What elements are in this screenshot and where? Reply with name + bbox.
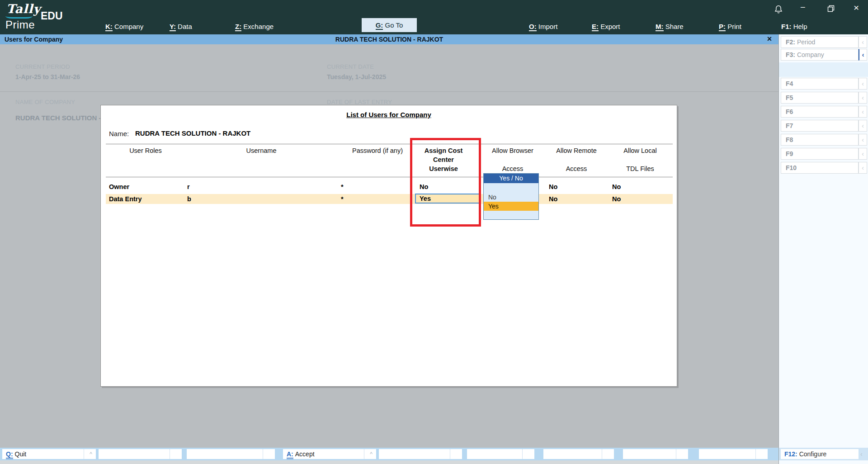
col-password: Password (if any) <box>352 147 403 154</box>
f5-chevron-icon[interactable]: ‹ <box>859 92 867 104</box>
minimize-button[interactable]: − <box>800 2 806 13</box>
date-of-last-entry-label: DATE OF LAST ENTRY <box>327 99 392 105</box>
f2-period-button[interactable]: F2: Period <box>781 36 859 48</box>
close-window-button[interactable]: × <box>854 2 859 13</box>
dropdown-header: Yes / No <box>484 174 538 183</box>
bottom-slot-empty-5 <box>543 449 614 459</box>
slot-separator <box>364 449 364 459</box>
f12-configure-button[interactable]: F12: Configure <box>781 449 859 459</box>
tally-logo-swoosh-icon <box>5 14 33 19</box>
accept-button[interactable]: A:Accept ^ <box>283 449 376 459</box>
current-date-label: CURRENT DATE <box>327 63 374 70</box>
tally-logo-prime: Prime <box>5 19 35 31</box>
col-remote-line3: Access <box>566 165 587 172</box>
name-value: RUDRA TECH SOLUTION - RAJKOT <box>135 129 250 137</box>
bottom-slot-empty-4 <box>467 449 534 459</box>
menu-share[interactable]: M: Share <box>656 22 684 32</box>
bottom-slot-empty-2 <box>187 449 275 459</box>
workspace-divider <box>0 91 778 92</box>
f9-button[interactable]: F9 <box>781 148 859 160</box>
name-label: Name: <box>109 130 129 137</box>
dialog-title: List of Users for Company <box>101 111 677 118</box>
row-data-entry-password[interactable]: * <box>341 195 344 203</box>
bottom-strip <box>0 460 868 464</box>
f7-chevron-icon[interactable]: ‹ <box>859 120 867 132</box>
titlebar-company-name: RUDRA TECH SOLUTION - RAJKOT <box>0 34 778 44</box>
f3-company-button[interactable]: F3: Company <box>781 49 859 61</box>
menu-export[interactable]: E: Export <box>592 22 620 32</box>
row-owner-local[interactable]: No <box>612 183 621 190</box>
col-remote-line1: Allow Remote <box>556 147 596 154</box>
restore-button[interactable] <box>827 5 835 14</box>
f8-chevron-icon[interactable]: ‹ <box>859 134 867 146</box>
sidebar-bottom-band: F12: Configure ‹ <box>779 448 868 460</box>
row-owner-password[interactable]: * <box>341 183 344 190</box>
current-period-label: CURRENT PERIOD <box>15 63 70 70</box>
close-screen-icon[interactable]: × <box>764 34 775 44</box>
f6-button[interactable]: F6 <box>781 106 859 118</box>
col-username: Username <box>246 147 277 154</box>
sidebar-gap-band <box>779 62 868 77</box>
function-key-sidebar: F2: Period ‹ F3: Company ‹ F4 ‹ F5 ‹ F6 … <box>778 34 868 464</box>
row-owner-remote[interactable]: No <box>549 183 557 190</box>
screen-title: Users for Company <box>5 34 63 44</box>
slot-separator <box>84 449 84 459</box>
menu-print[interactable]: P: Print <box>719 22 741 32</box>
dropdown-option-no[interactable]: No <box>484 193 538 202</box>
f2-chevron-icon[interactable]: ‹ <box>859 36 867 48</box>
row-data-entry-role[interactable]: Data Entry <box>109 195 142 203</box>
f7-button[interactable]: F7 <box>781 120 859 132</box>
table-rule-top <box>106 144 673 144</box>
col-local-line1: Allow Local <box>623 147 656 154</box>
menu-exchange[interactable]: Z: Exchange <box>235 22 274 32</box>
yes-no-dropdown: Yes / No No Yes <box>483 173 539 220</box>
bottom-button-bar: Q:Quit ^ A:Accept ^ <box>0 448 778 460</box>
f12-chevron-icon[interactable]: ‹ <box>860 449 863 459</box>
expand-caret-icon[interactable]: ^ <box>370 449 373 459</box>
table-rule-header <box>106 177 673 177</box>
list-of-users-dialog: List of Users for Company Name: RUDRA TE… <box>100 105 677 387</box>
row-data-entry-username[interactable]: b <box>187 195 191 203</box>
col-browser-line1: Allow Browser <box>492 147 533 154</box>
top-bar: Tally Prime EDU K: Company Y: Data Z: Ex… <box>0 0 868 34</box>
col-local-line3: TDL Files <box>626 165 654 172</box>
company-name-clipped: RUDRA TECH SOLUTION - RAJKOT <box>0 112 100 123</box>
col-user-roles: User Roles <box>129 147 162 154</box>
expand-caret-icon[interactable]: ^ <box>90 449 92 459</box>
menu-company[interactable]: K: Company <box>105 22 143 32</box>
notifications-bell-icon[interactable] <box>774 5 783 16</box>
quit-button[interactable]: Q:Quit ^ <box>2 449 96 459</box>
row-owner-role[interactable]: Owner <box>109 183 129 190</box>
current-period-value[interactable]: 1-Apr-25 to 31-Mar-26 <box>15 73 80 80</box>
f10-chevron-icon[interactable]: ‹ <box>859 162 867 174</box>
f9-chevron-icon[interactable]: ‹ <box>859 148 867 160</box>
bottom-slot-empty-6 <box>623 449 688 459</box>
f5-button[interactable]: F5 <box>781 92 859 104</box>
f3-chevron-icon[interactable]: ‹ <box>859 49 867 61</box>
row-owner-username[interactable]: r <box>187 183 190 190</box>
annotation-highlight-box <box>410 138 481 227</box>
name-of-company-label: NAME OF COMPANY <box>15 99 75 105</box>
f4-button[interactable]: F4 <box>781 78 859 90</box>
menu-goto[interactable]: G: Go To <box>362 18 417 32</box>
bottom-slot-empty-7 <box>699 449 768 459</box>
f10-button[interactable]: F10 <box>781 162 859 174</box>
dropdown-option-yes-selected[interactable]: Yes <box>484 202 538 211</box>
row-data-entry-local[interactable]: No <box>612 195 621 203</box>
screen-title-bar: RUDRA TECH SOLUTION - RAJKOT Users for C… <box>0 34 778 44</box>
f8-button[interactable]: F8 <box>781 134 859 146</box>
bottom-slot-empty-1 <box>99 449 182 459</box>
current-date-value[interactable]: Tuesday, 1-Jul-2025 <box>327 73 386 80</box>
bottom-slot-empty-3 <box>379 449 462 459</box>
f4-chevron-icon[interactable]: ‹ <box>859 78 867 90</box>
menu-import[interactable]: O: Import <box>529 22 557 32</box>
menu-data[interactable]: Y: Data <box>170 22 192 32</box>
col-browser-line3: Access <box>502 165 524 172</box>
edition-badge: EDU <box>41 10 63 22</box>
menu-help[interactable]: F1: Help <box>781 22 807 32</box>
row-data-entry-remote[interactable]: No <box>549 195 557 203</box>
f6-chevron-icon[interactable]: ‹ <box>859 106 867 118</box>
